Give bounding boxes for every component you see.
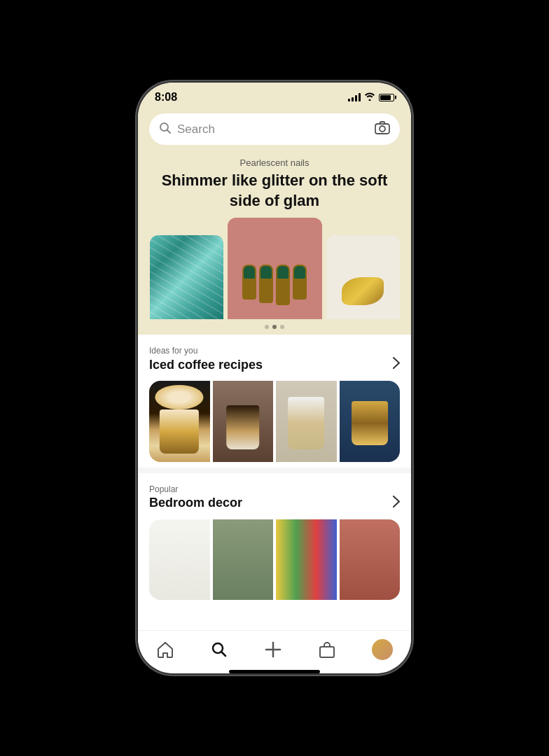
bedroom-image-4[interactable]	[340, 519, 401, 600]
bedroom-decor-section: Popular Bedroom decor	[138, 473, 411, 606]
section2-title: Bedroom decor	[149, 496, 242, 510]
dot-1[interactable]	[265, 325, 269, 329]
search-bar[interactable]: Search	[149, 113, 400, 145]
dot-3[interactable]	[280, 325, 284, 329]
nav-profile[interactable]	[372, 639, 393, 660]
section2-title-row[interactable]: Bedroom decor	[149, 496, 400, 511]
svg-point-3	[380, 126, 385, 132]
phone-content: 8:08	[138, 83, 411, 673]
hero-subtitle: Pearlescent nails	[160, 158, 389, 168]
home-indicator	[229, 670, 320, 673]
hero-image-right[interactable]	[326, 235, 400, 319]
dot-2[interactable]	[272, 325, 277, 329]
bag-icon	[318, 640, 336, 659]
coffee-image-1[interactable]	[149, 381, 210, 461]
search-nav-icon	[210, 640, 228, 659]
coffee-image-4[interactable]	[340, 381, 401, 461]
camera-icon[interactable]	[375, 120, 390, 138]
iced-coffee-section: Ideas for you Iced coffee recipes	[138, 335, 411, 467]
svg-line-1	[167, 130, 171, 133]
status-time: 8:08	[155, 91, 177, 104]
section2-chevron-icon[interactable]	[393, 496, 400, 511]
coffee-image-3[interactable]	[276, 381, 337, 461]
svg-rect-8	[320, 647, 334, 657]
battery-icon	[379, 94, 394, 102]
coffee-image-2[interactable]	[213, 381, 274, 461]
search-icon	[159, 122, 172, 137]
section1-title-row[interactable]: Iced coffee recipes	[149, 357, 400, 372]
hero-text-block: Pearlescent nails Shimmer like glitter o…	[149, 145, 400, 218]
nav-shopping[interactable]	[318, 640, 336, 659]
nav-home[interactable]	[156, 640, 174, 659]
hero-image-left[interactable]	[150, 235, 223, 319]
status-bar: 8:08	[138, 83, 411, 106]
carousel-dots	[138, 319, 411, 335]
signal-icon	[348, 93, 361, 102]
hero-image-center[interactable]	[228, 218, 322, 319]
nav-search[interactable]	[210, 640, 228, 659]
section-divider	[138, 468, 411, 473]
profile-avatar[interactable]	[372, 639, 393, 660]
bedroom-image-1[interactable]	[149, 519, 210, 600]
bottom-nav	[138, 630, 411, 666]
bedroom-image-2[interactable]	[213, 519, 274, 600]
bedroom-image-grid	[149, 519, 400, 600]
bedroom-image-3[interactable]	[276, 519, 337, 600]
section1-chevron-icon[interactable]	[393, 357, 400, 372]
hero-title: Shimmer like glitter on the soft side of…	[160, 171, 389, 211]
status-icons	[348, 92, 394, 103]
section2-label: Popular	[149, 484, 400, 494]
hero-section: Search Pearlescent nails Shimmer like gl…	[138, 106, 411, 319]
svg-line-5	[221, 652, 225, 657]
section1-label: Ideas for you	[149, 346, 400, 356]
phone-frame: 8:08	[138, 83, 411, 673]
nav-add[interactable]	[264, 640, 282, 659]
home-icon	[156, 640, 174, 659]
coffee-image-grid	[149, 381, 400, 461]
section1-title: Iced coffee recipes	[149, 358, 263, 372]
hero-images	[149, 218, 400, 319]
plus-icon	[264, 640, 282, 659]
wifi-icon	[364, 92, 375, 103]
search-placeholder[interactable]: Search	[177, 122, 369, 136]
main-content: Ideas for you Iced coffee recipes	[138, 335, 411, 630]
